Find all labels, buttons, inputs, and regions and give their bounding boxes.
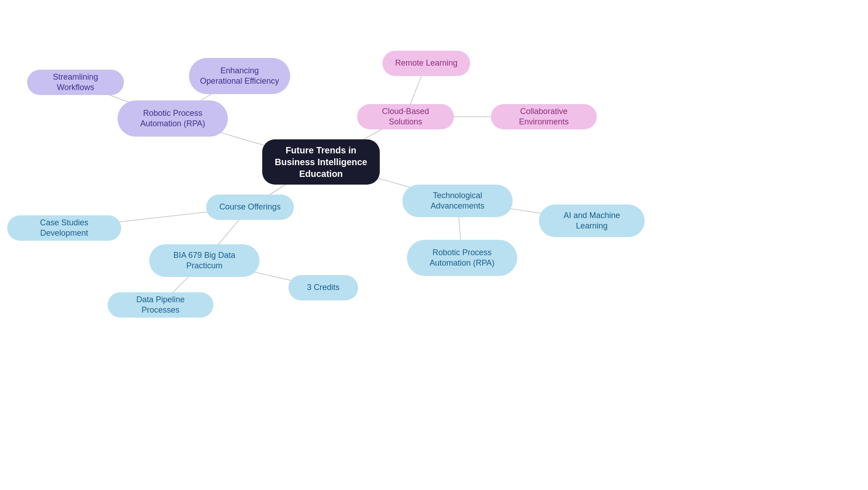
- node-tech-advancements-label: Technological Advancements: [413, 190, 502, 212]
- node-cloud-based[interactable]: Cloud-Based Solutions: [357, 104, 454, 129]
- node-streamlining-label: Streamlining Workflows: [38, 72, 113, 93]
- node-rpa-left-label: Robotic Process Automation (RPA): [128, 108, 217, 129]
- node-course-offerings[interactable]: Course Offerings: [206, 195, 294, 220]
- node-remote-learning[interactable]: Remote Learning: [382, 51, 470, 76]
- center-label: Future Trends in Business Intelligence E…: [273, 144, 369, 180]
- node-rpa-right[interactable]: Robotic Process Automation (RPA): [407, 240, 517, 276]
- node-enhancing-op[interactable]: Enhancing Operational Efficiency: [189, 58, 290, 94]
- node-cloud-based-label: Cloud-Based Solutions: [368, 106, 443, 128]
- node-tech-advancements[interactable]: Technological Advancements: [402, 185, 513, 217]
- node-ai-ml-label: AI and Machine Learning: [550, 210, 634, 232]
- node-streamlining[interactable]: Streamlining Workflows: [27, 70, 124, 95]
- node-bia679-label: BIA 679 Big Data Practicum: [160, 250, 249, 271]
- node-rpa-left[interactable]: Robotic Process Automation (RPA): [118, 100, 228, 137]
- node-enhancing-op-label: Enhancing Operational Efficiency: [200, 66, 279, 87]
- node-ai-ml[interactable]: AI and Machine Learning: [539, 205, 645, 237]
- node-three-credits-label: 3 Credits: [307, 282, 340, 293]
- node-bia679[interactable]: BIA 679 Big Data Practicum: [149, 244, 259, 277]
- node-course-offerings-label: Course Offerings: [219, 202, 281, 212]
- node-collaborative-label: Collaborative Environments: [502, 106, 586, 128]
- node-rpa-right-label: Robotic Process Automation (RPA): [418, 247, 506, 269]
- node-case-studies[interactable]: Case Studies Development: [7, 215, 121, 241]
- node-data-pipeline[interactable]: Data Pipeline Processes: [108, 292, 213, 318]
- node-collaborative[interactable]: Collaborative Environments: [491, 104, 597, 129]
- node-three-credits[interactable]: 3 Credits: [288, 275, 358, 300]
- node-remote-learning-label: Remote Learning: [395, 58, 458, 68]
- center-node[interactable]: Future Trends in Business Intelligence E…: [262, 139, 380, 185]
- node-data-pipeline-label: Data Pipeline Processes: [118, 295, 203, 316]
- node-case-studies-label: Case Studies Development: [18, 218, 110, 239]
